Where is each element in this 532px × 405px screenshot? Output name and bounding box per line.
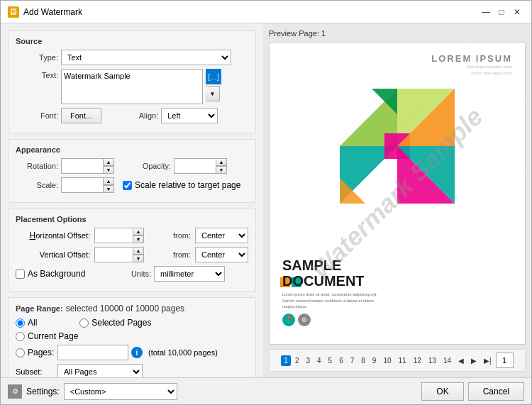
pages-info-icon[interactable]: i xyxy=(131,347,143,358)
opacity-input[interactable]: 25% xyxy=(174,158,216,174)
page-range-title: Page Range: xyxy=(16,304,63,313)
units-select[interactable]: millimeter inch xyxy=(154,266,225,282)
h-offset-up[interactable]: ▲ xyxy=(133,228,144,235)
rotation-input[interactable]: 45 xyxy=(61,158,104,174)
cancel-button[interactable]: Cancel xyxy=(468,382,524,401)
current-page-radio[interactable] xyxy=(16,332,25,341)
h-from-select[interactable]: Center Left Right xyxy=(195,228,248,243)
text-input[interactable]: Watermark Sample xyxy=(61,69,203,104)
page-14[interactable]: 14 xyxy=(440,355,454,366)
font-align-row: Font: Font... Align: Left Center Right xyxy=(16,108,248,123)
doc-icon-2: ⚙ xyxy=(298,314,311,326)
h-offset-spinner: 0 mm ▲ ▼ xyxy=(94,228,144,243)
scale-up[interactable]: ▲ xyxy=(103,177,114,185)
page-next-btn[interactable]: ▶ xyxy=(468,355,480,366)
selected-pages-radio-label[interactable]: Selected Pages xyxy=(79,318,151,328)
preview-label: Preview Page: 1 xyxy=(269,29,526,38)
as-bg-units-row: As Background Units: millimeter inch xyxy=(16,266,248,282)
rotation-spinner: 45 ▲ ▼ xyxy=(61,158,114,174)
rotation-label: Rotation: xyxy=(16,162,58,170)
title-bar-left: 🖼 Add Watermark xyxy=(8,6,82,18)
svg-line-2 xyxy=(270,43,423,223)
rotation-down[interactable]: ▼ xyxy=(103,166,114,174)
page-1[interactable]: 1 xyxy=(281,355,291,366)
page-12[interactable]: 12 xyxy=(411,355,424,366)
as-background-checkbox[interactable] xyxy=(16,270,25,279)
selected-pages-radio[interactable] xyxy=(79,318,89,328)
title-bar-buttons: — □ ✕ xyxy=(479,5,524,19)
scale-relative-label[interactable]: Scale relative to target page xyxy=(123,180,240,190)
placement-section: Placement Options Horizontal Offset: 0 m… xyxy=(8,209,256,292)
all-radio-label[interactable]: All xyxy=(16,318,37,328)
page-11[interactable]: 11 xyxy=(396,355,409,366)
pages-radio-label[interactable]: Pages: xyxy=(16,348,55,357)
page-10[interactable]: 10 xyxy=(380,355,394,366)
v-offset-down[interactable]: ▼ xyxy=(133,255,144,262)
page-4[interactable]: 4 xyxy=(314,355,324,366)
doc-icon-1: 📍 xyxy=(282,314,295,326)
settings-row: ⚙ Settings: <Custom> xyxy=(8,383,177,400)
opacity-down[interactable]: ▼ xyxy=(216,166,227,174)
settings-select[interactable]: <Custom> xyxy=(64,383,177,400)
text-label: Text: xyxy=(16,69,58,79)
dialog-icon: 🖼 xyxy=(8,6,19,18)
h-offset-row: Horizontal Offset: 0 mm ▲ ▼ from: Center… xyxy=(16,228,248,243)
h-offset-input[interactable]: 0 mm xyxy=(94,228,133,243)
units-row: Units: millimeter inch xyxy=(109,266,225,282)
v-offset-up[interactable]: ▲ xyxy=(133,247,144,255)
page-7[interactable]: 7 xyxy=(348,355,358,366)
scale-down[interactable]: ▼ xyxy=(103,185,114,193)
insert-field-button[interactable]: […] xyxy=(206,69,221,84)
page-number-input[interactable] xyxy=(496,353,514,368)
page-8[interactable]: 8 xyxy=(358,355,368,366)
align-select[interactable]: Left Center Right xyxy=(161,108,218,123)
all-radio[interactable] xyxy=(16,318,25,328)
type-row: Type: Text xyxy=(16,50,248,65)
subset-select[interactable]: All Pages Odd Pages Even Pages xyxy=(57,364,143,377)
h-offset-label: Horizontal Offset: xyxy=(16,231,90,240)
h-offset-down[interactable]: ▼ xyxy=(133,235,144,243)
page-prev-btn[interactable]: ◀ xyxy=(455,355,467,366)
page-2[interactable]: 2 xyxy=(292,355,302,366)
align-label: Align: xyxy=(116,111,158,120)
pages-radio[interactable] xyxy=(16,348,25,357)
preview-area: LOREM IPSUM Sed ut perspiciatis undeomni… xyxy=(269,42,526,345)
main-content: Source Type: Text Text: Watermark Sample… xyxy=(1,23,531,377)
source-section: Source Type: Text Text: Watermark Sample… xyxy=(8,30,256,133)
v-from-select[interactable]: Center Top Bottom xyxy=(195,247,248,262)
page-range-text: selected 10000 of 10000 pages xyxy=(66,304,184,314)
v-offset-input[interactable]: 0 mm xyxy=(94,247,133,262)
page-5[interactable]: 5 xyxy=(326,355,336,366)
pages-radio-text: Pages: xyxy=(28,348,54,357)
scale-label: Scale: xyxy=(16,181,58,189)
appearance-title: Appearance xyxy=(16,145,248,154)
doc-bottom-text: SAMPLE DOCUMENT Lorem ipsum dolor sit am… xyxy=(282,257,382,326)
opacity-label: Opacity: xyxy=(128,162,171,170)
page-range-section: Page Range: selected 10000 of 10000 page… xyxy=(8,297,256,377)
units-label: Units: xyxy=(109,270,151,278)
page-last-btn[interactable]: ▶| xyxy=(481,355,494,366)
opacity-up[interactable]: ▲ xyxy=(216,158,227,166)
h-from-label: from: xyxy=(148,231,191,240)
font-button[interactable]: Font... xyxy=(61,108,101,123)
minimize-button[interactable]: — xyxy=(479,5,493,19)
maximize-button[interactable]: □ xyxy=(494,5,509,19)
page-3[interactable]: 3 xyxy=(303,355,313,366)
pages-input[interactable] xyxy=(57,345,128,360)
rotation-opacity-row: Rotation: 45 ▲ ▼ Opacity: 25% ▲ ▼ xyxy=(16,158,248,174)
rotation-up[interactable]: ▲ xyxy=(103,158,114,166)
current-page-radio-label[interactable]: Current Page xyxy=(16,331,248,341)
radio-row1: All Selected Pages xyxy=(16,318,248,328)
scale-relative-checkbox[interactable] xyxy=(123,181,132,190)
document-label: DOCUMENT xyxy=(282,273,382,289)
scale-input[interactable]: 100% xyxy=(61,177,104,193)
page-9[interactable]: 9 xyxy=(370,355,379,366)
ok-button[interactable]: OK xyxy=(421,382,463,401)
text-dropdown-button[interactable]: ▼ xyxy=(206,86,220,101)
page-13[interactable]: 13 xyxy=(426,355,439,366)
as-background-label[interactable]: As Background xyxy=(16,269,90,279)
close-button[interactable]: ✕ xyxy=(510,5,524,19)
selected-pages-text: Selected Pages xyxy=(92,318,151,328)
type-select[interactable]: Text xyxy=(61,50,231,65)
page-6[interactable]: 6 xyxy=(336,355,346,366)
